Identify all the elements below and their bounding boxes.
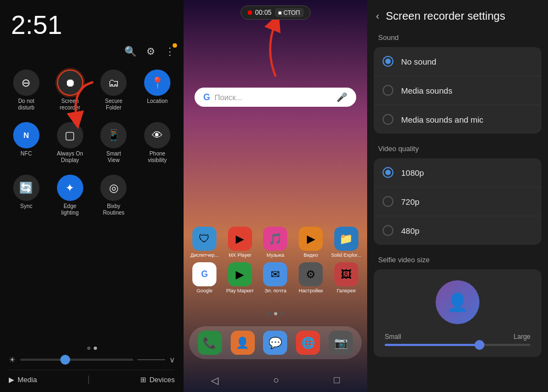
quick-tile-always-on-display[interactable]: ▢ Always OnDisplay (49, 118, 91, 168)
label-1080p: 1080p (401, 168, 424, 177)
app-item-mx-player[interactable]: ▶ MX Player (225, 227, 256, 258)
time-display: 2:51 (0, 0, 184, 43)
edge-lighting-label: Edgelighting (61, 203, 79, 216)
home-dot-1 (267, 312, 271, 315)
quick-tile-screen-recorder[interactable]: ⏺ Screenrecorder (49, 65, 91, 116)
selfie-section-label: Selfie video size (367, 251, 548, 267)
chevron-down-icon[interactable]: ∨ (169, 355, 175, 364)
devices-icon: ⊞ (140, 376, 146, 384)
recording-time: 00:05 (255, 9, 271, 16)
settings-label: Настройки (299, 288, 323, 293)
mic-icon[interactable]: 🎤 (336, 92, 347, 102)
recents-nav-icon[interactable]: □ (334, 374, 340, 387)
search-bar[interactable]: G Поиск... 🎤 (195, 88, 356, 107)
app-item-music[interactable]: 🎵 Музыка (260, 227, 291, 258)
sound-option-media-sounds[interactable]: Media sounds (374, 76, 541, 105)
media-button[interactable]: ▶ Media (9, 376, 37, 384)
phone-visibility-icon: 👁 (144, 122, 170, 148)
dock-browser[interactable]: 🌐 (296, 331, 320, 355)
video-icon: ▶ (299, 227, 323, 251)
secure-folder-icon: 🗂 (100, 70, 127, 96)
quick-tile-do-not-disturb[interactable]: ⊖ Do notdisturb (5, 65, 47, 116)
quick-tile-smart-view[interactable]: 📱 SmartView (93, 118, 135, 168)
brightness-slider[interactable] (20, 359, 133, 361)
label-720p: 720p (401, 197, 419, 206)
media-devices-row: ▶ Media | ⊞ Devices (9, 370, 175, 387)
sync-icon: 🔄 (13, 175, 39, 201)
radio-media-sounds-mic (383, 114, 393, 125)
dock-camera[interactable]: 📷 (329, 331, 353, 355)
dock-phone[interactable]: 📞 (198, 331, 222, 355)
menu-icon[interactable]: ⋮ (165, 45, 175, 57)
selfie-size-card: 👤 Small Large (374, 269, 541, 357)
size-small-label: Small (385, 333, 401, 341)
smart-view-label: SmartView (106, 151, 121, 164)
sound-option-media-sounds-mic[interactable]: Media sounds and mic (374, 105, 541, 134)
quick-tile-location[interactable]: 📍 Location (136, 65, 178, 116)
solid-explorer-icon: 📁 (334, 227, 358, 251)
solid-explorer-label: Solid Explor... (331, 252, 361, 258)
app-item-play-market[interactable]: ▶ Play Маркет (225, 262, 256, 293)
settings-icon: ⚙ (299, 262, 323, 286)
video-option-720p[interactable]: 720p (374, 187, 541, 216)
video-option-1080p[interactable]: 1080p (374, 158, 541, 187)
quick-tile-edge-lighting[interactable]: ✦ Edgelighting (49, 170, 91, 221)
dot-1 (87, 347, 90, 350)
video-option-480p[interactable]: 480p (374, 216, 541, 245)
selfie-size-slider[interactable] (385, 344, 530, 346)
quick-tile-phone-visibility[interactable]: 👁 Phonevisibility (136, 118, 178, 168)
label-480p: 480p (401, 226, 419, 235)
quick-tile-nfc[interactable]: N NFC (5, 118, 47, 168)
app-item-dispatcher[interactable]: 🛡 Диспетчер... (189, 227, 220, 258)
always-on-display-label: Always OnDisplay (57, 151, 83, 164)
brightness-line (138, 359, 165, 360)
sound-option-no-sound[interactable]: No sound (374, 47, 541, 76)
app-item-google[interactable]: G Google (189, 262, 220, 293)
settings-title: Screen recorder settings (386, 10, 505, 22)
dock-contacts[interactable]: 👤 (231, 331, 255, 355)
settings-header: ‹ Screen recorder settings (367, 0, 548, 29)
contacts-icon: 👤 (231, 331, 255, 355)
stop-label: СТОП (283, 9, 300, 16)
media-sounds-mic-label: Media sounds and mic (401, 115, 483, 124)
quick-tile-sync[interactable]: 🔄 Sync (5, 170, 47, 221)
video-label: Видео (304, 252, 318, 258)
stop-button[interactable]: ■ СТОП (275, 8, 304, 17)
devices-button[interactable]: ⊞ Devices (140, 376, 175, 384)
app-item-solid-explorer[interactable]: 📁 Solid Explor... (330, 227, 362, 258)
dock-messages[interactable]: 💬 (263, 331, 287, 355)
recording-bar: 00:05 ■ СТОП (240, 5, 310, 20)
gallery-icon: 🖼 (334, 262, 358, 286)
dock-bar: 📞 👤 💬 🌐 📷 (189, 326, 362, 359)
play-market-label: Play Маркет (226, 288, 254, 293)
quick-tile-secure-folder[interactable]: 🗂 SecureFolder (93, 65, 135, 116)
quick-tile-bixby-routines[interactable]: ◎ BixbyRoutines (93, 170, 135, 221)
back-arrow-icon[interactable]: ‹ (376, 10, 379, 22)
search-icon[interactable]: 🔍 (124, 45, 136, 57)
app-item-video[interactable]: ▶ Видео (295, 227, 327, 258)
radio-1080p (383, 167, 393, 178)
brightness-row: ☀ ∨ (9, 355, 175, 364)
brightness-thumb[interactable] (60, 355, 70, 365)
app-item-settings[interactable]: ⚙ Настройки (295, 262, 327, 293)
gear-icon[interactable]: ⚙ (146, 45, 155, 57)
page-dots (9, 347, 175, 350)
app-item-gallery[interactable]: 🖼 Галерея (330, 262, 362, 293)
back-nav-icon[interactable]: ◁ (211, 374, 219, 387)
always-on-display-icon: ▢ (57, 122, 83, 148)
app-item-email[interactable]: ✉ Эл. почта (260, 262, 291, 293)
slider-fill (385, 344, 480, 346)
app-grid: 🛡 Диспетчер... ▶ MX Player 🎵 Музыка ▶ Ви… (189, 227, 362, 293)
phone-visibility-label: Phonevisibility (148, 151, 167, 164)
size-labels: Small Large (385, 333, 530, 341)
music-icon: 🎵 (263, 227, 287, 251)
nav-bar: ◁ ○ □ (184, 374, 367, 387)
home-nav-icon[interactable]: ○ (273, 374, 279, 387)
play-market-icon: ▶ (228, 262, 252, 286)
video-quality-section-label: Video quality (367, 140, 548, 156)
slider-thumb[interactable] (475, 340, 484, 350)
secure-folder-label: SecureFolder (105, 98, 123, 111)
home-dot-3 (281, 312, 284, 315)
bixby-routines-label: BixbyRoutines (103, 203, 124, 216)
gallery-label: Галерея (336, 288, 356, 293)
